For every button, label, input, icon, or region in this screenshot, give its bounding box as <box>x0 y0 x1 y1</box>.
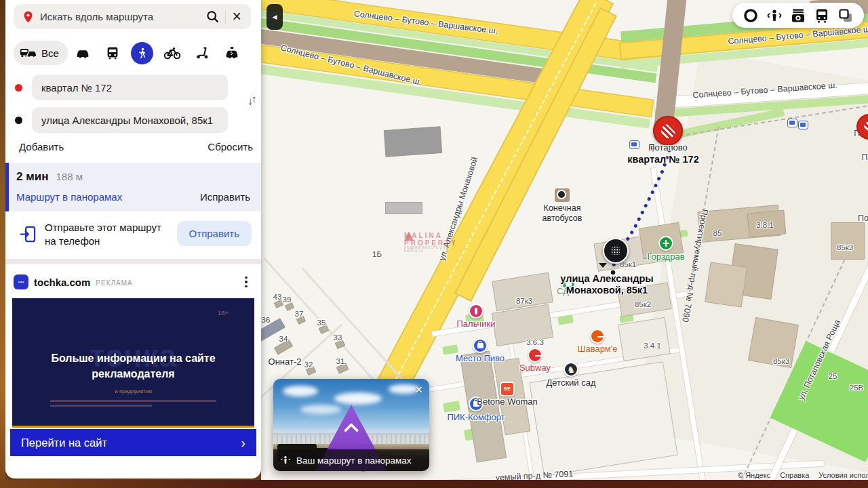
window-frame-left <box>0 0 5 488</box>
route-panel: × Все ↓↑ Добавить Сбросить 2 мин <box>5 0 261 479</box>
bus-terminal-label: Конечная <box>544 203 581 213</box>
building <box>384 126 443 157</box>
ad-creative[interactable]: 18+ точка Больше информации на сайте рек… <box>12 298 254 426</box>
bus-terminal-label: автобусов <box>542 214 583 223</box>
mode-car[interactable] <box>68 41 98 65</box>
mode-walk[interactable] <box>127 41 157 65</box>
building-number-label: 31 <box>336 357 345 365</box>
waypoint-from-input[interactable] <box>32 75 228 100</box>
building <box>705 262 747 307</box>
advertiser-logo: ... <box>14 274 28 289</box>
building-number-label: 32 <box>304 361 313 369</box>
mode-bike[interactable] <box>157 41 187 65</box>
building-number-label: 3.8.1 <box>756 221 774 229</box>
ad-cta-label: Перейти на сайт <box>21 436 107 449</box>
copyright-yandex[interactable]: © Яндекс <box>738 471 770 479</box>
search-input[interactable] <box>40 11 200 22</box>
panorama-caption-text: Ваш маршрут в панорамах <box>296 455 412 466</box>
route-panoramas-link[interactable]: Маршрут в панорамах <box>16 191 122 203</box>
building-number-label: 33 <box>334 333 342 342</box>
divider <box>225 10 226 24</box>
poi-mesto-pivo[interactable] <box>473 338 488 353</box>
car-icon <box>75 45 91 60</box>
building-number-label: 3.6.3 <box>526 338 544 346</box>
panorama-icon[interactable] <box>766 7 783 24</box>
building-number-label: 25 <box>829 372 837 380</box>
poi-shavarme[interactable] <box>590 329 605 344</box>
building-number-label: 1Б <box>372 250 382 258</box>
poi-detsky-sad[interactable]: ♞ <box>564 362 578 377</box>
route-summary-card[interactable]: 2 мин188 м Маршрут в панорамах Исправить <box>5 163 261 211</box>
poi-label-betone-woman: Betone Woman <box>477 396 537 407</box>
bus-stop-icon[interactable] <box>629 140 639 149</box>
search-icon[interactable] <box>205 9 220 24</box>
pedestrian-icon <box>136 47 149 60</box>
waypoint-to-dot <box>15 117 22 124</box>
bus-icon <box>105 45 120 60</box>
waypoint-from-row <box>5 75 261 100</box>
reset-route-button[interactable]: Сбросить <box>208 141 253 152</box>
poi-subway[interactable] <box>528 348 542 363</box>
mode-all[interactable]: Все <box>14 41 68 65</box>
terms-link[interactable]: Условия использо <box>818 471 868 479</box>
poi-betone-woman[interactable]: BE <box>500 382 515 396</box>
poi-label-shavarme: Шаварм'е <box>577 344 617 354</box>
camera-icon[interactable] <box>789 7 807 24</box>
help-link[interactable]: Справка <box>780 471 809 479</box>
ad-divider <box>12 426 254 428</box>
ad-menu-icon[interactable] <box>239 277 253 288</box>
send-to-phone-row: Отправьте этот маршрутна телефон Отправи… <box>5 211 261 258</box>
bus-stop-icon[interactable] <box>787 119 797 127</box>
poi-gorzdrav[interactable]: + <box>658 236 673 251</box>
street-name-label: Солнцево – Бутово – Варшавское ш. <box>280 43 423 87</box>
waypoint-to-input[interactable] <box>32 107 228 133</box>
route-duration: 2 мин <box>16 170 48 183</box>
panorama-preview[interactable]: × Ваш маршрут в панорамах <box>273 379 429 471</box>
pegman-icon <box>280 455 291 466</box>
building-number-label: 85к3 <box>773 357 789 365</box>
traffic-icon[interactable] <box>742 7 760 24</box>
ad-cta-button[interactable]: Перейти на сайт › <box>10 429 256 456</box>
send-text-line2: на телефон <box>45 235 100 247</box>
close-icon[interactable]: × <box>415 383 422 396</box>
building-number-label: 85к3 <box>837 243 853 251</box>
search-bar: × <box>14 4 251 29</box>
send-button[interactable]: Отправить <box>177 221 252 246</box>
poi-label-palchiki: Пальчики <box>456 319 495 329</box>
green-area <box>557 314 574 325</box>
add-waypoint-button[interactable]: Добавить <box>19 141 64 152</box>
edit-route-link[interactable]: Исправить <box>200 191 250 203</box>
route-distance: 188 м <box>56 171 83 182</box>
ad-headline-2: рекламодателя <box>12 368 254 380</box>
mode-scooter[interactable] <box>187 41 217 65</box>
poi-label-subway: Subway <box>519 363 551 373</box>
building <box>831 222 865 260</box>
ad-header: ... tochka.com РЕКЛАМА <box>14 270 253 294</box>
building <box>385 202 422 214</box>
collapse-panel-button[interactable]: ◀ <box>267 4 283 30</box>
transport-icon[interactable] <box>813 7 831 24</box>
map-label: По <box>858 214 868 223</box>
mode-taxi[interactable] <box>217 41 247 65</box>
bike-icon <box>163 45 181 60</box>
layers-icon[interactable] <box>837 7 854 24</box>
building-number-label: 37 <box>295 310 304 318</box>
mode-all-label: Все <box>41 47 59 59</box>
route-start-label: квартал № 172 <box>627 154 699 165</box>
window-frame-bottom <box>0 480 868 488</box>
panorama-caption: Ваш маршрут в панорамах <box>273 449 429 471</box>
poi-palchiki[interactable] <box>469 304 484 319</box>
building-number-label: 85 <box>713 229 722 237</box>
age-restriction: 18+ <box>218 309 229 317</box>
bus-stop-icon[interactable] <box>798 121 808 129</box>
poi-label-mesto-pivo: Место Пиво <box>456 353 505 363</box>
close-route-icon[interactable]: × <box>231 9 243 24</box>
poi-label-gorzdrav: Горздрав <box>647 251 684 262</box>
advertiser-name[interactable]: tochka.com <box>34 277 90 288</box>
ad-fineprint <box>50 405 152 407</box>
swap-waypoints-button[interactable]: ↓↑ <box>242 89 261 111</box>
building-number-label: 35 <box>317 319 326 327</box>
bus-terminal-icon[interactable] <box>555 188 570 202</box>
street-name-label: Солнцево – Бутово – Варшавское ш. <box>692 81 837 100</box>
mode-bus[interactable] <box>98 41 127 65</box>
